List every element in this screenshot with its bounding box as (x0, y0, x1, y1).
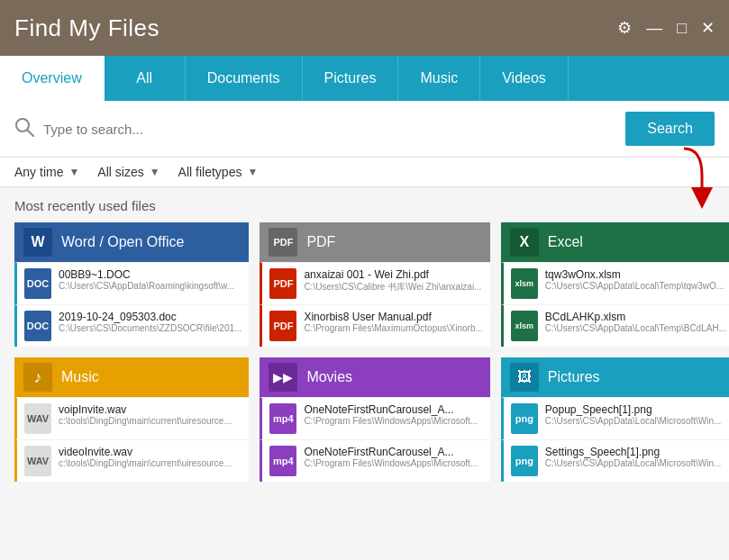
section-title: Most recently used files (14, 198, 715, 213)
file-info: Popup_Speech[1].png C:\Users\CS\AppData\… (545, 403, 726, 426)
tab-pictures[interactable]: Pictures (303, 56, 399, 101)
list-item[interactable]: WAV videoInvite.wav c:\tools\DingDing\ma… (14, 439, 249, 482)
time-filter[interactable]: Any time ▼ (14, 165, 79, 179)
category-music-header: ♪ Music (14, 357, 249, 397)
file-path: C:\Users\CS\AppData\Local\Microsoft\Win.… (545, 458, 726, 468)
category-pdf: PDF PDF PDF anxaizai 001 - Wei Zhi.pdf C… (260, 222, 489, 347)
doc-icon: DOC (24, 268, 51, 299)
pdf-file-icon: PDF (269, 268, 296, 299)
file-path: C:\Users\CS\Calibre 书库\Wei Zhi\anxaizai.… (304, 281, 482, 294)
content-area: Most recently used files W Word / Open O… (0, 187, 729, 560)
settings-icon[interactable]: ⚙ (617, 18, 632, 38)
list-item[interactable]: PDF Xinorbis8 User Manual.pdf C:\Program… (260, 304, 489, 347)
filetype-filter-arrow: ▼ (247, 166, 258, 178)
search-icon (14, 117, 34, 141)
search-input[interactable] (43, 122, 616, 137)
file-path: C:\Users\CS\Documents\ZZDSOCR\file\201..… (59, 323, 241, 333)
png-icon: png (511, 403, 538, 434)
xlsx-icon: xlsm (511, 268, 538, 299)
file-path: C:\Users\CS\AppData\Roaming\kingsoft\w..… (59, 281, 241, 291)
list-item[interactable]: mp4 OneNoteFirstRunCarousel_A... C:\Prog… (260, 439, 489, 482)
file-path: C:\Users\CS\AppData\Local\Microsoft\Win.… (545, 416, 726, 426)
category-pictures-header: 🖼 Pictures (501, 357, 729, 397)
list-item[interactable]: xlsm tqw3wOnx.xlsm C:\Users\CS\AppData\L… (501, 262, 729, 304)
category-word-label: Word / Open Office (61, 234, 184, 250)
minimize-icon[interactable]: — (646, 19, 662, 38)
file-path: c:\tools\DingDing\main\current\uiresourc… (59, 416, 241, 426)
file-name: Xinorbis8 User Manual.pdf (304, 311, 482, 323)
mp4-icon: mp4 (269, 403, 296, 434)
list-item[interactable]: png Popup_Speech[1].png C:\Users\CS\AppD… (501, 397, 729, 439)
file-info: videoInvite.wav c:\tools\DingDing\main\c… (59, 446, 241, 468)
tab-documents[interactable]: Documents (186, 56, 303, 101)
time-filter-arrow: ▼ (68, 166, 79, 178)
pdf-file-icon: PDF (269, 311, 296, 341)
file-info: 2019-10-24_095303.doc C:\Users\CS\Docume… (59, 311, 241, 333)
category-pdf-header: PDF PDF (260, 222, 489, 262)
close-icon[interactable]: ✕ (701, 18, 715, 38)
category-excel-label: Excel (548, 234, 583, 250)
file-info: 00BB9~1.DOC C:\Users\CS\AppData\Roaming\… (59, 268, 241, 291)
size-filter[interactable]: All sizes ▼ (97, 165, 159, 179)
list-item[interactable]: WAV voipInvite.wav c:\tools\DingDing\mai… (14, 397, 249, 439)
file-name: voipInvite.wav (59, 403, 241, 416)
file-name: Settings_Speech[1].png (545, 446, 726, 458)
file-name: 00BB9~1.DOC (59, 268, 241, 281)
file-name: Popup_Speech[1].png (545, 403, 726, 416)
tab-all[interactable]: All (105, 56, 186, 101)
file-name: 2019-10-24_095303.doc (59, 311, 241, 323)
filetype-filter[interactable]: All filetypes ▼ (178, 165, 259, 179)
mp4-icon: mp4 (269, 446, 296, 476)
app-title: Find My Files (14, 14, 159, 42)
file-path: c:\tools\DingDing\main\current\uiresourc… (59, 458, 241, 468)
category-music-label: Music (61, 369, 99, 385)
tab-overview[interactable]: Overview (0, 56, 105, 101)
wav-icon: WAV (24, 403, 51, 434)
category-excel: X Excel xlsm tqw3wOnx.xlsm C:\Users\CS\A… (501, 222, 729, 347)
category-movies-label: Movies (306, 369, 352, 385)
file-path: C:\Program Files\MaximumOctopus\Xinorb..… (304, 323, 482, 333)
search-button[interactable]: Search (625, 112, 715, 146)
category-movies-header: ▶▶ Movies (260, 357, 489, 397)
size-filter-label: All sizes (97, 165, 143, 179)
list-item[interactable]: mp4 OneNoteFirstRunCarousel_A... C:\Prog… (260, 397, 489, 439)
file-path: C:\Users\CS\AppData\Local\Temp\tqw3wO... (545, 281, 726, 291)
file-path: C:\Program Files\WindowsApps\Microsoft..… (304, 416, 482, 426)
png-icon: png (511, 446, 538, 476)
svg-line-1 (28, 130, 34, 136)
file-info: BCdLAHKp.xlsm C:\Users\CS\AppData\Local\… (545, 311, 726, 333)
category-word-header: W Word / Open Office (14, 222, 249, 262)
search-area: Search (0, 101, 729, 158)
category-excel-header: X Excel (501, 222, 729, 262)
list-item[interactable]: PDF anxaizai 001 - Wei Zhi.pdf C:\Users\… (260, 262, 489, 304)
title-bar: Find My Files ⚙ — □ ✕ (0, 0, 729, 56)
file-info: Xinorbis8 User Manual.pdf C:\Program Fil… (304, 311, 482, 333)
time-filter-label: Any time (14, 165, 63, 179)
file-info: OneNoteFirstRunCarousel_A... C:\Program … (304, 403, 482, 426)
file-name: anxaizai 001 - Wei Zhi.pdf (304, 268, 482, 281)
music-icon: ♪ (23, 363, 52, 392)
pdf-icon: PDF (269, 228, 297, 257)
filetype-filter-label: All filetypes (178, 165, 242, 179)
file-name: BCdLAHKp.xlsm (545, 311, 726, 323)
list-item[interactable]: DOC 2019-10-24_095303.doc C:\Users\CS\Do… (14, 304, 249, 347)
category-movies: ▶▶ Movies mp4 OneNoteFirstRunCarousel_A.… (260, 357, 489, 482)
category-pictures: 🖼 Pictures png Popup_Speech[1].png C:\Us… (501, 357, 729, 482)
file-info: Settings_Speech[1].png C:\Users\CS\AppDa… (545, 446, 726, 468)
category-pdf-label: PDF (306, 234, 335, 250)
category-word: W Word / Open Office DOC 00BB9~1.DOC C:\… (14, 222, 249, 347)
file-info: voipInvite.wav c:\tools\DingDing\main\cu… (59, 403, 241, 426)
file-path: C:\Program Files\WindowsApps\Microsoft..… (304, 458, 482, 468)
pictures-icon: 🖼 (510, 363, 539, 392)
maximize-icon[interactable]: □ (677, 19, 687, 38)
list-item[interactable]: png Settings_Speech[1].png C:\Users\CS\A… (501, 439, 729, 482)
list-item[interactable]: DOC 00BB9~1.DOC C:\Users\CS\AppData\Roam… (14, 262, 249, 304)
file-path: C:\Users\CS\AppData\Local\Temp\BCdLAH... (545, 323, 726, 333)
tab-videos[interactable]: Videos (480, 56, 569, 101)
list-item[interactable]: xlsm BCdLAHKp.xlsm C:\Users\CS\AppData\L… (501, 304, 729, 347)
excel-icon: X (510, 228, 539, 257)
window-controls: ⚙ — □ ✕ (617, 18, 715, 38)
doc-icon: DOC (24, 311, 51, 341)
file-info: tqw3wOnx.xlsm C:\Users\CS\AppData\Local\… (545, 268, 726, 291)
tab-music[interactable]: Music (398, 56, 480, 101)
